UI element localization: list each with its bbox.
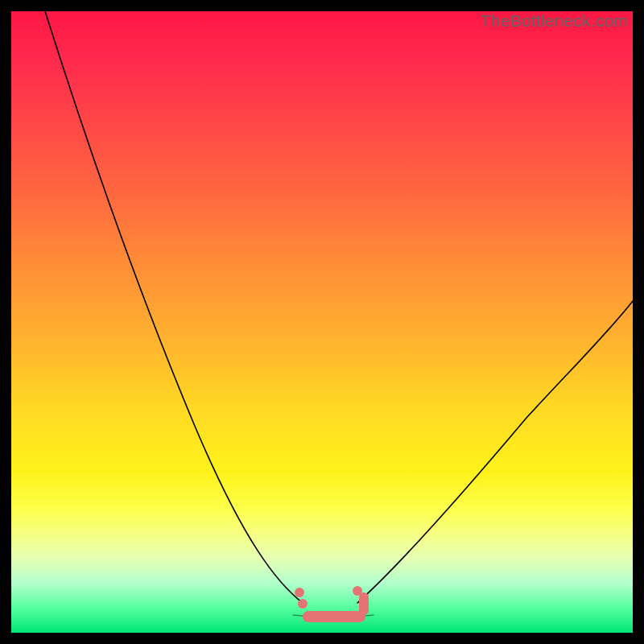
- chart-plot-area: TheBottleneck.com: [11, 11, 633, 633]
- marker-dot-2: [298, 599, 308, 609]
- marker-right-blob: [359, 592, 369, 615]
- marker-valley-pill: [303, 611, 365, 622]
- curve-left-arm: [45, 11, 303, 603]
- bottleneck-curve: [11, 11, 633, 633]
- marker-dot-1: [295, 588, 304, 597]
- curve-right-arm: [357, 301, 633, 603]
